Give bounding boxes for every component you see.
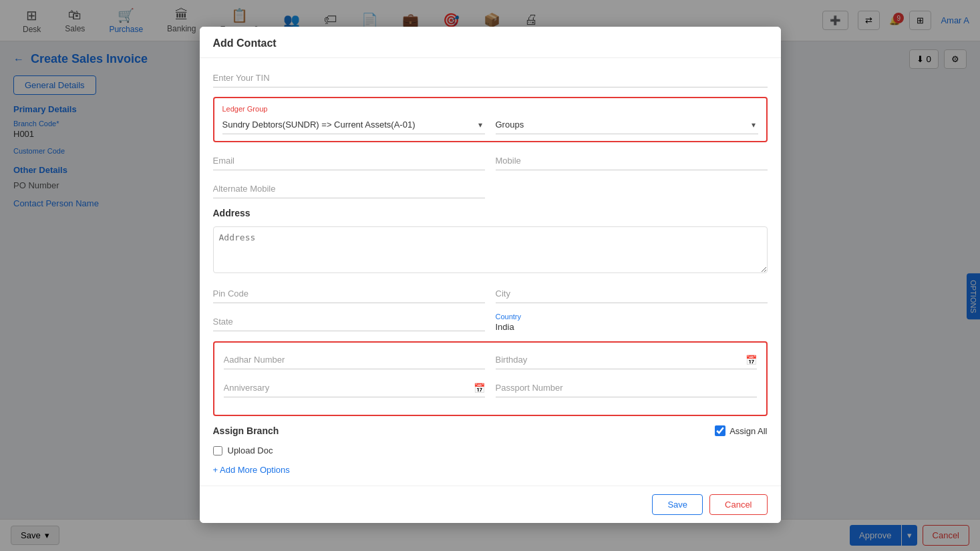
birthday-input[interactable] <box>496 351 757 369</box>
passport-field-wrapper <box>496 379 757 397</box>
state-country-row: Country India <box>213 313 768 332</box>
assign-branch-row: Assign Branch Assign All <box>213 425 768 436</box>
birthday-field-wrapper: 📅 <box>496 351 757 369</box>
email-field-wrapper <box>213 152 485 170</box>
ledger-group-select-wrapper: Sundry Debtors(SUNDR) => Current Assets(… <box>222 116 485 134</box>
modal-body: Ledger Group Sundry Debtors(SUNDR) => Cu… <box>200 58 781 486</box>
country-label: Country <box>496 313 768 321</box>
passport-input[interactable] <box>496 379 757 397</box>
ledger-group-label: Ledger Group <box>222 105 758 113</box>
alternate-mobile-input[interactable] <box>213 180 485 198</box>
address-section-heading: Address <box>213 208 768 218</box>
groups-select-wrapper: Groups ▾ <box>496 116 758 134</box>
mobile-input[interactable] <box>496 152 768 170</box>
modal-footer: Save Cancel <box>200 486 781 523</box>
address-textarea[interactable] <box>213 226 768 273</box>
assign-branch-label: Assign Branch <box>213 425 279 436</box>
ledger-group-row: Sundry Debtors(SUNDR) => Current Assets(… <box>222 116 758 134</box>
mobile-field-wrapper <box>496 152 768 170</box>
anniversary-passport-row: 📅 <box>224 379 757 397</box>
aadhar-birthday-row: 📅 <box>224 351 757 369</box>
anniversary-input[interactable] <box>224 379 485 397</box>
birthday-calendar-icon[interactable]: 📅 <box>746 355 757 365</box>
email-input[interactable] <box>213 152 485 170</box>
assign-all-group: Assign All <box>715 425 767 436</box>
assign-all-label[interactable]: Assign All <box>729 426 767 436</box>
personal-details-section: 📅 📅 <box>213 341 768 416</box>
alternate-mobile-row <box>213 180 768 198</box>
ledger-group-section: Ledger Group Sundry Debtors(SUNDR) => Cu… <box>213 97 768 142</box>
anniversary-field-wrapper: 📅 <box>224 379 485 397</box>
country-field-wrapper: Country India <box>496 313 768 332</box>
upload-doc-checkbox[interactable] <box>213 446 222 455</box>
cancel-button[interactable]: Cancel <box>709 494 767 515</box>
pincode-input[interactable] <box>213 285 485 303</box>
empty-field <box>496 180 768 198</box>
modal-title: Add Contact <box>200 27 781 58</box>
assign-all-checkbox[interactable] <box>715 425 725 436</box>
tin-input[interactable] <box>213 69 768 87</box>
city-input[interactable] <box>496 285 768 303</box>
anniversary-calendar-icon[interactable]: 📅 <box>474 383 485 393</box>
groups-select[interactable]: Groups <box>496 116 758 134</box>
country-value: India <box>496 322 768 332</box>
city-field-wrapper <box>496 285 768 303</box>
modal-overlay: Add Contact Ledger Group Sundry Debtors(… <box>0 0 980 551</box>
add-contact-modal: Add Contact Ledger Group Sundry Debtors(… <box>200 27 781 523</box>
state-input[interactable] <box>213 313 485 331</box>
email-mobile-row <box>213 152 768 170</box>
alternate-mobile-field-wrapper <box>213 180 485 198</box>
state-field-wrapper <box>213 313 485 332</box>
tin-row <box>213 69 768 87</box>
pincode-field-wrapper <box>213 285 485 303</box>
upload-doc-row: Upload Doc <box>213 445 768 455</box>
ledger-group-select[interactable]: Sundry Debtors(SUNDR) => Current Assets(… <box>222 116 485 134</box>
aadhar-input[interactable] <box>224 351 485 369</box>
save-button[interactable]: Save <box>652 494 703 515</box>
upload-doc-label[interactable]: Upload Doc <box>228 445 273 455</box>
address-field-wrapper <box>213 226 768 275</box>
add-more-options-link[interactable]: + Add More Options <box>213 465 290 475</box>
pincode-city-row <box>213 285 768 303</box>
aadhar-field-wrapper <box>224 351 485 369</box>
address-row <box>213 226 768 275</box>
